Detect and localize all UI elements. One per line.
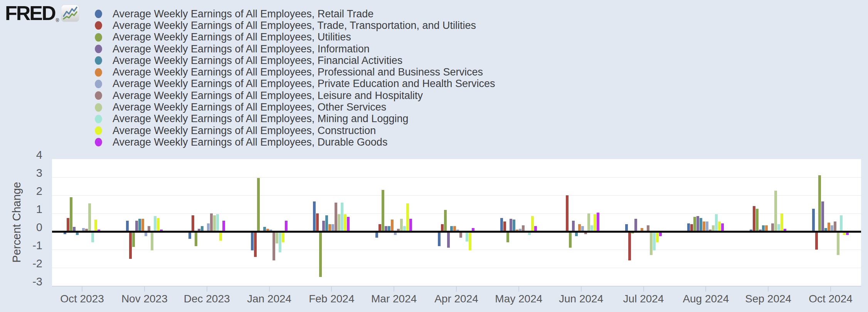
bar[interactable] xyxy=(219,231,222,241)
legend-item[interactable]: Average Weekly Earnings of All Employees… xyxy=(95,136,495,148)
bar[interactable] xyxy=(341,203,343,231)
bar[interactable] xyxy=(135,221,138,231)
bar[interactable] xyxy=(129,231,132,259)
bar[interactable] xyxy=(587,213,590,231)
bar[interactable] xyxy=(94,220,97,231)
legend-item[interactable]: Average Weekly Earnings of All Employees… xyxy=(95,55,495,66)
bar[interactable] xyxy=(151,231,153,250)
legend-item[interactable]: Average Weekly Earnings of All Employees… xyxy=(95,90,495,101)
bar[interactable] xyxy=(510,219,512,231)
bar[interactable] xyxy=(834,221,836,231)
bar[interactable] xyxy=(282,231,284,242)
bar[interactable] xyxy=(406,203,409,231)
bar[interactable] xyxy=(466,231,468,242)
legend-item[interactable]: Average Weekly Earnings of All Employees… xyxy=(95,8,495,20)
bar[interactable] xyxy=(706,221,708,231)
bar[interactable] xyxy=(566,195,569,231)
bar[interactable] xyxy=(781,213,783,231)
bar[interactable] xyxy=(409,219,412,231)
bar[interactable] xyxy=(469,231,471,250)
bar[interactable] xyxy=(656,231,659,242)
bar[interactable] xyxy=(254,231,257,257)
bar[interactable] xyxy=(400,219,403,231)
legend-item[interactable]: Average Weekly Earnings of All Employees… xyxy=(95,101,495,113)
bar[interactable] xyxy=(313,201,316,231)
bar[interactable] xyxy=(693,217,696,231)
bar[interactable] xyxy=(391,220,394,231)
bar[interactable] xyxy=(653,231,656,250)
bar[interactable] xyxy=(506,231,509,242)
legend-item[interactable]: Average Weekly Earnings of All Employees… xyxy=(95,32,495,43)
bar[interactable] xyxy=(703,221,705,231)
bar[interactable] xyxy=(500,218,503,231)
bar[interactable] xyxy=(569,231,572,248)
bar[interactable] xyxy=(213,215,216,231)
bar[interactable] xyxy=(812,209,815,231)
bar[interactable] xyxy=(70,197,72,231)
fred-logo[interactable]: FRED ® xyxy=(5,4,79,23)
bar[interactable] xyxy=(828,223,830,232)
bar[interactable] xyxy=(821,201,824,231)
bar[interactable] xyxy=(753,206,755,231)
bar[interactable] xyxy=(531,216,534,231)
bar[interactable] xyxy=(594,214,596,231)
bar[interactable] xyxy=(818,175,821,231)
bar[interactable] xyxy=(279,231,281,252)
bar[interactable] xyxy=(188,231,191,239)
bar[interactable] xyxy=(157,218,160,231)
bar[interactable] xyxy=(132,231,135,247)
bar[interactable] xyxy=(338,214,340,231)
y-axis-tick-label: 2 xyxy=(15,186,42,196)
bar[interactable] xyxy=(257,178,260,231)
bar[interactable] xyxy=(335,203,337,231)
bar[interactable] xyxy=(319,231,322,277)
bar[interactable] xyxy=(195,231,197,246)
bar[interactable] xyxy=(154,216,156,231)
bar[interactable] xyxy=(273,231,275,260)
bar[interactable] xyxy=(344,214,347,231)
bar[interactable] xyxy=(837,231,839,255)
legend-item[interactable]: Average Weekly Earnings of All Employees… xyxy=(95,125,495,136)
bar[interactable] xyxy=(756,209,759,231)
bar[interactable] xyxy=(192,215,194,231)
bar[interactable] xyxy=(325,215,328,231)
bar[interactable] xyxy=(88,203,91,231)
bar[interactable] xyxy=(382,190,384,231)
bar[interactable] xyxy=(628,231,631,260)
legend-item[interactable]: Average Weekly Earnings of All Employees… xyxy=(95,78,495,90)
legend-item[interactable]: Average Weekly Earnings of All Employees… xyxy=(95,113,495,125)
bar[interactable] xyxy=(840,215,843,231)
bar[interactable] xyxy=(138,219,141,231)
legend-item[interactable]: Average Weekly Earnings of All Employees… xyxy=(95,20,495,31)
bar[interactable] xyxy=(216,214,219,231)
bar[interactable] xyxy=(67,218,69,231)
bar[interactable] xyxy=(597,213,599,231)
bar[interactable] xyxy=(700,218,702,231)
bar[interactable] xyxy=(815,231,818,250)
bar[interactable] xyxy=(210,213,213,231)
bar[interactable] xyxy=(715,214,718,231)
bar[interactable] xyxy=(91,231,94,242)
bar[interactable] xyxy=(513,220,515,231)
bar[interactable] xyxy=(774,191,777,231)
bar[interactable] xyxy=(347,217,350,231)
bar[interactable] xyxy=(126,221,129,231)
bar[interactable] xyxy=(696,216,699,231)
legend-item[interactable]: Average Weekly Earnings of All Employees… xyxy=(95,66,495,78)
legend-item[interactable]: Average Weekly Earnings of All Employees… xyxy=(95,43,495,55)
bar[interactable] xyxy=(251,231,254,250)
bar[interactable] xyxy=(503,221,506,231)
bar[interactable] xyxy=(634,219,637,231)
bar[interactable] xyxy=(322,221,325,231)
bar[interactable] xyxy=(572,221,575,231)
bar[interactable] xyxy=(444,210,447,231)
bar[interactable] xyxy=(285,221,288,231)
bar[interactable] xyxy=(718,221,721,231)
bar[interactable] xyxy=(316,213,319,231)
bar[interactable] xyxy=(650,231,653,255)
bar[interactable] xyxy=(438,231,441,246)
bar[interactable] xyxy=(222,221,225,231)
bar[interactable] xyxy=(276,231,278,243)
bar[interactable] xyxy=(447,231,450,248)
bar[interactable] xyxy=(141,219,144,231)
